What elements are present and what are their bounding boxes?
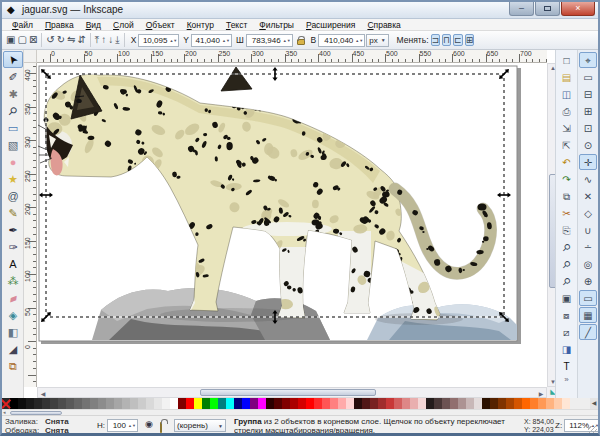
opacity-field[interactable]: 100▲▼	[107, 419, 138, 432]
swatch-12[interactable]	[98, 398, 106, 409]
snap-path-intersections-toggle[interactable]: ✕	[579, 188, 597, 204]
swatch-16[interactable]	[130, 398, 138, 409]
ellipse-tool[interactable]: ●	[3, 153, 23, 170]
swatch-56[interactable]	[450, 398, 458, 409]
clone-button[interactable]: ⧇	[558, 307, 576, 323]
menu-слой[interactable]: Слой	[107, 20, 140, 30]
swatch-4[interactable]	[34, 398, 42, 409]
swatch-66[interactable]	[530, 398, 538, 409]
menu-файл[interactable]: Файл	[6, 20, 39, 30]
snap-paths-toggle[interactable]: ∿	[579, 171, 597, 187]
swatch-3[interactable]	[26, 398, 34, 409]
import-button[interactable]: ⇲	[558, 120, 576, 136]
text-dialog-button[interactable]: T	[558, 358, 576, 374]
swatch-9[interactable]	[74, 398, 82, 409]
swatch-23[interactable]	[186, 398, 194, 409]
unlink-clone-button[interactable]: ⧄	[558, 324, 576, 340]
swatch-69[interactable]	[554, 398, 562, 409]
swatch-57[interactable]	[458, 398, 466, 409]
move-patterns-toggle[interactable]: ⊞	[465, 34, 475, 46]
swatch-2[interactable]	[18, 398, 26, 409]
units-dropdown[interactable]: px▼	[366, 34, 388, 47]
swatch-8[interactable]	[66, 398, 74, 409]
horizontal-ruler[interactable]: 0501001502002503003504004505005506006507…	[37, 50, 547, 63]
swatch-45[interactable]	[362, 398, 370, 409]
zoom-drawing-button[interactable]: ⚲	[558, 256, 576, 272]
zoom-tool[interactable]: ⚲	[3, 102, 23, 119]
swatch-63[interactable]	[506, 398, 514, 409]
spiral-tool[interactable]: @	[3, 187, 23, 204]
close-button[interactable]: ×	[561, 2, 595, 16]
swatch-37[interactable]	[298, 398, 306, 409]
swatch-14[interactable]	[114, 398, 122, 409]
print-button[interactable]: ⎙	[558, 103, 576, 119]
swatch-33[interactable]	[266, 398, 274, 409]
lock-ratio-toggle[interactable]	[297, 39, 305, 45]
swatch-44[interactable]	[354, 398, 362, 409]
swatch-34[interactable]	[274, 398, 282, 409]
menu-контур[interactable]: Контур	[181, 20, 220, 30]
maximize-button[interactable]	[535, 2, 560, 16]
lower-to-bottom-button[interactable]: ⤓	[114, 33, 120, 46]
swatch-61[interactable]	[490, 398, 498, 409]
swatch-27[interactable]	[218, 398, 226, 409]
select-all-layers-button[interactable]: ▢	[16, 33, 27, 46]
swatch-49[interactable]	[394, 398, 402, 409]
star-tool[interactable]: ★	[3, 170, 23, 187]
flip-horizontal-button[interactable]: ⇋	[66, 33, 76, 46]
flip-vertical-button[interactable]: ⇵	[76, 33, 86, 46]
zoom-page-button[interactable]: ⚲	[558, 273, 576, 289]
swatch-18[interactable]	[146, 398, 154, 409]
swatch-42[interactable]	[338, 398, 346, 409]
swatch-29[interactable]	[234, 398, 242, 409]
snap-rotation-centers-toggle[interactable]: ⊕	[579, 273, 597, 289]
swatch-70[interactable]	[562, 398, 570, 409]
rotate-cw-button[interactable]: ↻	[56, 33, 66, 46]
duplicate-button[interactable]: ▣	[558, 290, 576, 306]
snap-bbox-edge-midpoints-toggle[interactable]: ⊡	[579, 120, 597, 136]
horizontal-scroll-thumb[interactable]	[200, 389, 376, 396]
swatch-21[interactable]	[170, 398, 178, 409]
swatch-13[interactable]	[106, 398, 114, 409]
swatch-5[interactable]	[42, 398, 50, 409]
fill-stroke-dialog-button[interactable]: ◨	[558, 341, 576, 357]
node-tool[interactable]: ✐	[3, 68, 23, 85]
swatch-51[interactable]	[410, 398, 418, 409]
zoom-selection-button[interactable]: ⚲	[558, 239, 576, 255]
swatch-20[interactable]	[162, 398, 170, 409]
swatch-50[interactable]	[402, 398, 410, 409]
undo-button[interactable]: ↶	[558, 154, 576, 170]
swatch-41[interactable]	[330, 398, 338, 409]
swatch-7[interactable]	[58, 398, 66, 409]
scale-corners-toggle[interactable]: ⊓	[442, 34, 451, 46]
swatch-67[interactable]	[538, 398, 546, 409]
snap-nodes-toggle[interactable]: ✛	[579, 154, 597, 170]
swatch-28[interactable]	[226, 398, 234, 409]
snap-cusp-nodes-toggle[interactable]: ◇	[579, 205, 597, 221]
snap-bbox-corners-toggle[interactable]: ⊞	[579, 103, 597, 119]
dropper-tool[interactable]: ◢	[3, 340, 23, 357]
text-tool[interactable]: A	[3, 255, 23, 272]
swatch-24[interactable]	[194, 398, 202, 409]
move-gradients-toggle[interactable]: ⊏	[453, 34, 463, 46]
swatch-26[interactable]	[210, 398, 218, 409]
swatch-10[interactable]	[82, 398, 90, 409]
swatch-none[interactable]	[2, 398, 10, 409]
swatch-62[interactable]	[498, 398, 506, 409]
swatch-1[interactable]	[10, 398, 18, 409]
scale-stroke-toggle[interactable]: ⊐	[431, 34, 441, 46]
layer-lock-icon[interactable]	[160, 422, 162, 433]
swatch-22[interactable]	[178, 398, 186, 409]
box3d-tool[interactable]: ▧	[3, 136, 23, 153]
swatch-59[interactable]	[474, 398, 482, 409]
y-field[interactable]: 41,040▲▼	[191, 34, 232, 47]
tweak-tool[interactable]: ✱	[3, 85, 23, 102]
swatch-58[interactable]	[466, 398, 474, 409]
menu-расширения[interactable]: Расширения	[300, 20, 361, 30]
select-all-button[interactable]: ▣	[5, 33, 16, 46]
rectangle-tool[interactable]: ▭	[3, 119, 23, 136]
menu-справка[interactable]: Справка	[361, 20, 406, 30]
save-document-button[interactable]: ◫	[558, 86, 576, 102]
swatch-54[interactable]	[434, 398, 442, 409]
redo-button[interactable]: ↷	[558, 171, 576, 187]
